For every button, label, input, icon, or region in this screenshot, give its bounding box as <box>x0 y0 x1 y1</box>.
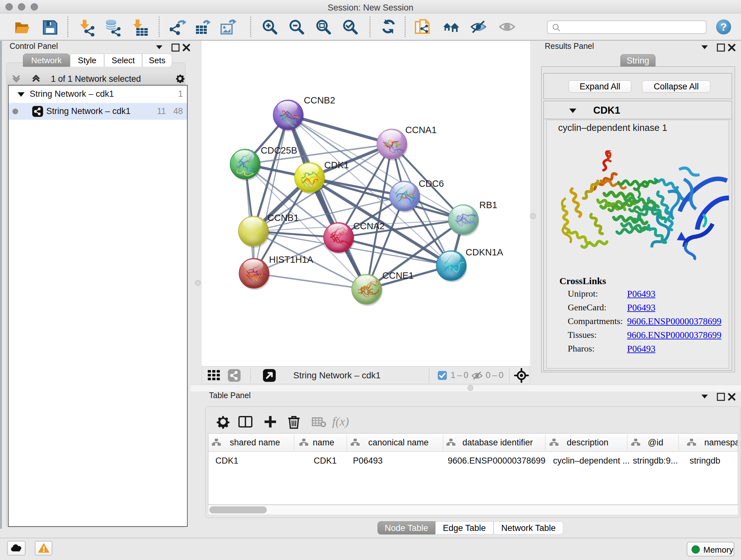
svg-text:CCNB1: CCNB1 <box>267 212 299 223</box>
svg-text:CDC25B: CDC25B <box>261 145 297 155</box>
svg-text:CDKN1A: CDKN1A <box>466 247 503 257</box>
svg-text:CDK1: CDK1 <box>324 160 349 170</box>
svg-text:RB1: RB1 <box>479 200 497 210</box>
svg-text:CCNA1: CCNA1 <box>405 125 436 135</box>
svg-text:CCNA2: CCNA2 <box>353 221 385 231</box>
svg-text:HIST1H1A: HIST1H1A <box>269 254 313 265</box>
svg-text:CCNE1: CCNE1 <box>382 270 414 281</box>
svg-text:CDC6: CDC6 <box>419 179 444 189</box>
svg-text:CCNB2: CCNB2 <box>304 95 335 105</box>
